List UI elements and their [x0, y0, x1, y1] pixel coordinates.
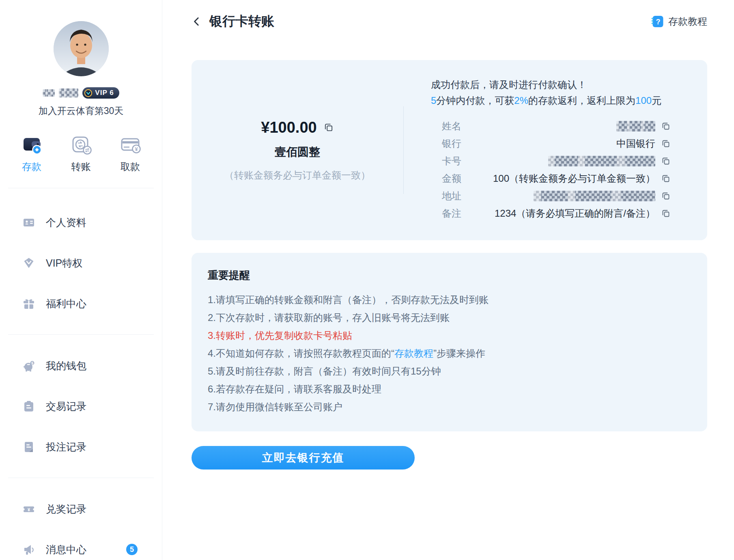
sidebar-item-label: 福利中心	[46, 297, 86, 310]
quick-action-withdraw[interactable]: ¥ 取款	[109, 134, 151, 173]
transaction-record-icon	[22, 400, 35, 413]
quick-action-deposit[interactable]: 存款	[11, 134, 53, 173]
sidebar-item-profile[interactable]: 个人资料	[0, 202, 162, 243]
field-row-bank: 银行 中国银行	[442, 135, 671, 152]
copy-icon[interactable]	[661, 191, 671, 201]
notice-item-2: 2.下次存款时，请获取新的账号，存入旧账号将无法到账	[208, 309, 691, 327]
amount-field-value: 100（转账金额务必与订单金额一致）	[493, 172, 655, 185]
vip-emblem-icon	[84, 88, 93, 98]
field-row-name: 姓名	[442, 117, 671, 135]
field-row-card-number: 卡号	[442, 152, 671, 170]
back-chevron-icon	[192, 16, 202, 27]
svg-text:$: $	[31, 361, 33, 365]
field-row-amount: 金额 100（转账金额务必与订单金额一致）	[442, 170, 671, 187]
notice-item-1: 1.请填写正确的转账金额和附言（备注），否则存款无法及时到账	[208, 291, 691, 309]
confirm-reminder-line1: 成功付款后，请及时进行付款确认！	[431, 78, 671, 92]
avatar-photo	[54, 21, 109, 76]
copy-icon[interactable]	[661, 139, 671, 149]
vertical-divider	[403, 106, 404, 194]
avatar[interactable]	[54, 21, 109, 76]
copy-icon[interactable]	[661, 156, 671, 166]
notice-item-3: 3.转账时，优先复制收款卡号粘贴	[208, 327, 691, 345]
sidebar-item-vip[interactable]: VIP特权	[0, 243, 162, 283]
notice-list: 1.请填写正确的转账金额和附言（备注），否则存款无法及时到账 2.下次存款时，请…	[208, 291, 691, 416]
go-to-bank-button[interactable]: 立即去银行充值	[192, 446, 415, 470]
masked-payee-name	[616, 121, 655, 131]
quick-actions: 存款 转账 ¥ 取款	[0, 134, 162, 173]
amount-value: ¥100.00	[261, 119, 316, 136]
withdraw-card-icon: ¥	[119, 134, 141, 155]
deposit-tutorial-link[interactable]: ? 存款教程	[650, 15, 707, 28]
sidebar-item-label: 交易记录	[46, 400, 86, 413]
transfer-icon	[70, 134, 92, 155]
sidebar-item-label: VIP特权	[46, 256, 82, 270]
amount-in-words: 壹佰圆整	[275, 144, 320, 160]
back-button[interactable]	[192, 16, 202, 27]
notice-item-4: 4.不知道如何存款，请按照存款教程页面的“存款教程”步骤来操作	[208, 345, 691, 362]
masked-username	[43, 89, 55, 97]
quick-action-label: 存款	[22, 160, 41, 173]
tutorial-link-label: 存款教程	[668, 15, 707, 28]
wallet-deposit-icon	[21, 134, 43, 155]
notice-item-7: 7.请勿使用微信转账至公司账户	[208, 398, 691, 416]
prize-ticket-icon: ¥	[22, 502, 35, 515]
notice-title: 重要提醒	[208, 269, 691, 281]
quick-action-transfer[interactable]: 转账	[60, 134, 102, 173]
sidebar-item-label: 兑奖记录	[46, 502, 86, 516]
confirm-reminder-line2: 5分钟内付款，可获2%的存款返利，返利上限为100元	[431, 94, 671, 108]
amount-pane: ¥100.00 壹佰圆整 （转账金额务必与订单金额一致）	[192, 60, 403, 240]
sidebar-menu: 个人资料 VIP特权 福利中心	[0, 188, 162, 560]
sidebar-item-messages[interactable]: 消息中心 5	[0, 529, 162, 560]
sidebar-item-benefits[interactable]: 福利中心	[0, 283, 162, 324]
sidebar-item-bets[interactable]: 投注记录	[0, 426, 162, 467]
masked-card-number	[548, 156, 655, 166]
tutorial-inline-link[interactable]: 存款教程	[394, 348, 433, 359]
svg-text:¥: ¥	[28, 507, 30, 512]
join-days-text: 加入开云体育第30天	[0, 105, 162, 117]
copy-amount-button[interactable]	[323, 122, 334, 133]
copy-icon[interactable]	[661, 174, 671, 183]
quick-action-label: 转账	[71, 160, 91, 173]
sidebar: VIP 6 加入开云体育第30天 存款 转	[0, 0, 162, 560]
piggy-bank-icon: $	[22, 359, 35, 372]
sidebar-item-label: 我的钱包	[46, 359, 86, 373]
vip-badge: VIP 6	[82, 87, 119, 99]
field-rows: 姓名 银行 中国银行 卡号 金额 100（转账金额务必与订单金额一致）	[431, 117, 671, 222]
vip-level-label: VIP 6	[95, 89, 114, 97]
remark-value: 1234（请务必填写正确的附言/备注）	[495, 207, 655, 220]
svg-text:?: ?	[656, 18, 661, 26]
bet-record-icon	[22, 440, 35, 453]
transfer-info-card: ¥100.00 壹佰圆整 （转账金额务必与订单金额一致） 成功付款后，请及时进行…	[192, 60, 707, 240]
notice-item-6: 6.若存款存在疑问，请联系客服及时处理	[208, 380, 691, 398]
important-notice-card: 重要提醒 1.请填写正确的转账金额和附言（备注），否则存款无法及时到账 2.下次…	[192, 253, 707, 431]
masked-username	[59, 88, 78, 97]
sidebar-item-prizes[interactable]: ¥ 兑奖记录	[0, 489, 162, 529]
page-header: 银行卡转账 ? 存款教程	[192, 12, 707, 31]
user-row: VIP 6	[0, 87, 162, 99]
megaphone-icon	[22, 543, 35, 556]
copy-icon[interactable]	[661, 209, 671, 218]
sidebar-item-wallet[interactable]: $ 我的钱包	[0, 345, 162, 386]
notice-item-5: 5.请及时前往存款，附言（备注）有效时间只有15分钟	[208, 362, 691, 380]
divider	[8, 478, 154, 478]
gift-icon	[22, 297, 35, 310]
main-content: 银行卡转账 ? 存款教程 ¥100.00 壹佰圆整 （转账金额务必与订单金额一致…	[162, 0, 734, 560]
vip-gem-icon	[22, 256, 35, 269]
field-row-address: 地址	[442, 187, 671, 205]
id-card-icon	[22, 216, 35, 229]
sidebar-item-label: 个人资料	[46, 216, 86, 229]
masked-address	[534, 191, 655, 201]
bank-name: 中国银行	[616, 137, 655, 150]
page-title: 银行卡转账	[209, 13, 274, 30]
unread-count-badge: 5	[126, 544, 138, 555]
tutorial-book-icon: ?	[650, 15, 664, 28]
quick-action-label: 取款	[121, 160, 140, 173]
divider	[8, 334, 154, 335]
sidebar-item-label: 投注记录	[46, 440, 86, 454]
amount-note: （转账金额务必与订单金额一致）	[224, 169, 370, 182]
sidebar-item-transactions[interactable]: 交易记录	[0, 386, 162, 426]
svg-text:¥: ¥	[135, 146, 138, 152]
field-row-remark: 备注 1234（请务必填写正确的附言/备注）	[442, 205, 671, 222]
copy-icon[interactable]	[661, 121, 671, 131]
payee-details: 成功付款后，请及时进行付款确认！ 5分钟内付款，可获2%的存款返利，返利上限为1…	[403, 60, 707, 240]
